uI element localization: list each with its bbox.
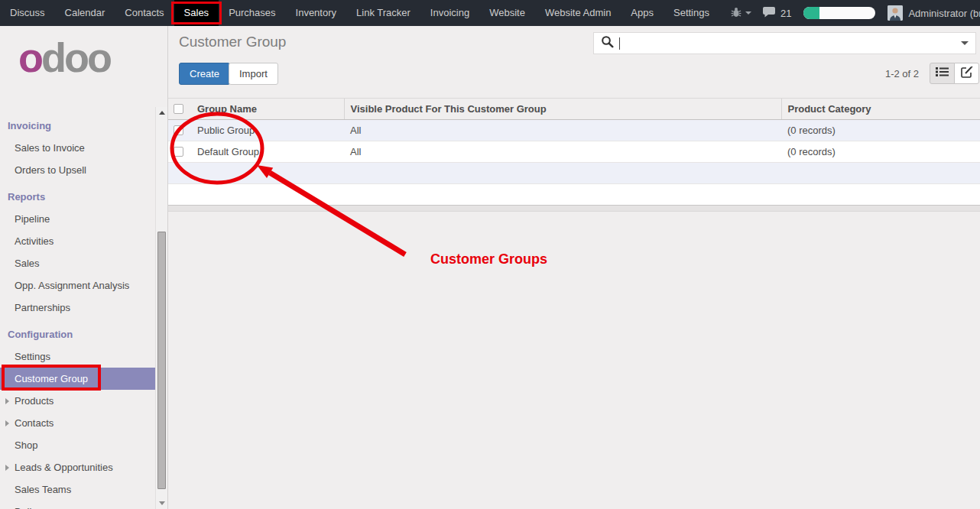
sidebar-scrollbar[interactable]: [155, 107, 167, 509]
nav-item-website-admin[interactable]: Website Admin: [535, 0, 621, 26]
table-footer-band: [168, 205, 980, 212]
expand-arrow-icon: [5, 420, 9, 426]
search-dropdown-caret-icon[interactable]: [961, 41, 969, 45]
sidebar-item-leads-opportunities[interactable]: Leads & Opportunities: [0, 456, 156, 478]
sidebar-item-products-label: Products: [15, 395, 54, 407]
scrollbar-thumb[interactable]: [157, 232, 166, 489]
row-checkbox[interactable]: [174, 125, 183, 135]
topbar-systray: 21 Administrator (braintree): [719, 0, 980, 26]
column-header-visible-product[interactable]: Visible Product For This Customer Group: [344, 99, 781, 120]
top-navigation-bar: Discuss Calendar Contacts Sales Purchase…: [0, 0, 980, 26]
nav-item-sales-label: Sales: [184, 7, 209, 18]
pager-label: 1-2 of 2: [885, 68, 919, 79]
expand-arrow-icon: [5, 465, 9, 471]
sidebar-item-orders-to-upsell[interactable]: Orders to Upsell: [0, 159, 156, 181]
column-header-group-name[interactable]: Group Name: [191, 99, 344, 120]
customer-group-table: Group Name Visible Product For This Cust…: [168, 98, 980, 206]
table-empty-row: [168, 163, 980, 184]
sidebar-item-customer-group[interactable]: Customer Group: [0, 368, 156, 390]
cell-product-category: (0 records): [781, 141, 980, 163]
sidebar-item-sales-teams[interactable]: Sales Teams: [0, 478, 156, 501]
create-button[interactable]: Create: [179, 63, 230, 85]
select-all-checkbox[interactable]: [174, 104, 183, 114]
sidebar-item-products[interactable]: Products: [0, 390, 156, 412]
chevron-down-icon: [745, 11, 751, 15]
sidebar-item-customer-group-label: Customer Group: [15, 373, 88, 384]
main-content: Customer Group Create Import 1-2 of 2: [168, 26, 980, 509]
sidebar-item-delivery[interactable]: Delivery: [0, 501, 156, 509]
column-header-product-category[interactable]: Product Category: [781, 99, 980, 120]
sidebar-item-contacts[interactable]: Contacts: [0, 412, 156, 434]
sidebar: odoo Invoicing Sales to Invoice Orders t…: [0, 26, 168, 509]
sidebar-item-partnerships[interactable]: Partnerships: [0, 297, 156, 319]
edit-pencil-icon: [961, 66, 973, 81]
row-checkbox[interactable]: [174, 147, 183, 157]
nav-item-apps[interactable]: Apps: [621, 0, 664, 26]
chat-bubble-icon: [762, 6, 777, 21]
sidebar-item-activities[interactable]: Activities: [0, 230, 156, 252]
sidebar-section-reports: Reports: [0, 181, 156, 208]
messages-count: 21: [780, 8, 791, 19]
list-view-button[interactable]: [930, 63, 955, 84]
page-title: Customer Group: [179, 34, 286, 50]
nav-item-link-tracker[interactable]: Link Tracker: [346, 0, 420, 26]
user-menu-button[interactable]: Administrator (braintree): [908, 8, 980, 19]
sidebar-item-sales-to-invoice[interactable]: Sales to Invoice: [0, 137, 156, 159]
odoo-logo-rest: doo: [41, 34, 110, 80]
sidebar-item-opp-assignment-analysis[interactable]: Opp. Assignment Analysis: [0, 274, 156, 297]
cell-product-category: (0 records): [781, 120, 980, 141]
sidebar-item-delivery-label: Delivery: [15, 506, 50, 509]
sidebar-item-leads-label: Leads & Opportunities: [15, 462, 113, 473]
sidebar-menu: Invoicing Sales to Invoice Orders to Ups…: [0, 110, 156, 509]
odoo-logo: odoo: [18, 37, 110, 78]
import-button[interactable]: Import: [229, 63, 278, 85]
timer-progress-fill: [803, 7, 819, 19]
sidebar-item-pipeline[interactable]: Pipeline: [0, 208, 156, 230]
scroll-up-arrow-icon[interactable]: [159, 111, 165, 115]
sidebar-item-settings[interactable]: Settings: [0, 345, 156, 368]
table-row-public-group[interactable]: Public Group All (0 records): [168, 120, 980, 141]
sidebar-item-shop[interactable]: Shop: [0, 434, 156, 456]
cell-visible-product: All: [344, 141, 781, 163]
nav-item-inventory[interactable]: Inventory: [286, 0, 346, 26]
nav-item-purchases[interactable]: Purchases: [219, 0, 285, 26]
cell-visible-product: All: [344, 120, 781, 141]
nav-item-website[interactable]: Website: [479, 0, 535, 26]
form-view-button[interactable]: [954, 63, 979, 84]
nav-item-calendar[interactable]: Calendar: [55, 0, 115, 26]
sidebar-item-sales-report[interactable]: Sales: [0, 252, 156, 274]
list-view-icon: [936, 66, 949, 80]
search-input[interactable]: [593, 32, 976, 54]
nav-item-invoicing[interactable]: Invoicing: [420, 0, 479, 26]
odoo-app-window: Discuss Calendar Contacts Sales Purchase…: [0, 0, 980, 509]
debug-menu-button[interactable]: [730, 6, 751, 21]
cell-group-name: Default Group: [191, 141, 344, 163]
scroll-down-arrow-icon[interactable]: [159, 501, 165, 505]
odoo-logo-first-letter: o: [18, 34, 41, 80]
sidebar-section-configuration: Configuration: [0, 319, 156, 345]
table-row-default-group[interactable]: Default Group All (0 records): [168, 141, 980, 163]
cell-group-name: Public Group: [191, 120, 344, 141]
expand-arrow-icon: [5, 398, 9, 404]
table-empty-row: [168, 184, 980, 206]
table-header-row: Group Name Visible Product For This Cust…: [168, 99, 980, 120]
nav-item-contacts[interactable]: Contacts: [115, 0, 174, 26]
nav-item-settings[interactable]: Settings: [664, 0, 719, 26]
user-avatar[interactable]: [888, 5, 903, 21]
view-switcher: [930, 63, 979, 84]
search-icon: [601, 35, 614, 51]
nav-item-discuss[interactable]: Discuss: [0, 0, 55, 26]
messages-button[interactable]: 21: [762, 6, 791, 21]
text-cursor: [619, 37, 620, 50]
nav-item-sales[interactable]: Sales: [174, 0, 219, 26]
sidebar-item-contacts-label: Contacts: [15, 417, 54, 429]
timer-progress-pill[interactable]: [803, 7, 875, 19]
sidebar-section-invoicing: Invoicing: [0, 110, 156, 137]
bug-icon: [730, 6, 742, 21]
